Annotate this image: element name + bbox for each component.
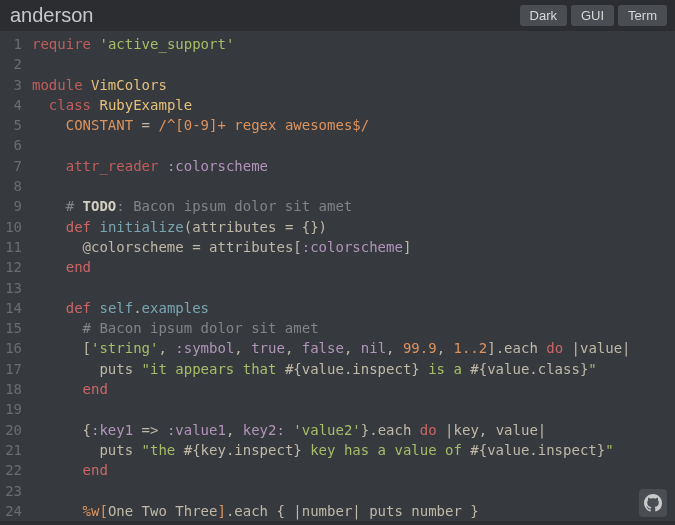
line-content: ['string', :symbol, true, false, nil, 99…: [32, 338, 675, 358]
line-content: def self.examples: [32, 298, 675, 318]
github-icon: [644, 494, 662, 512]
line-content: CONSTANT = /^[0-9]+ regex awesomes$/: [32, 115, 675, 135]
line-number: 11: [0, 237, 32, 257]
line-content: end: [32, 257, 675, 277]
line-content: [32, 135, 675, 155]
code-line: 2: [0, 54, 675, 74]
code-line: 19: [0, 399, 675, 419]
line-number: 8: [0, 176, 32, 196]
github-button[interactable]: [639, 489, 667, 517]
scheme-title: anderson: [10, 4, 93, 27]
code-line: 13: [0, 278, 675, 298]
code-area: 1require 'active_support'23module VimCol…: [0, 31, 675, 521]
line-content: puts "the #{key.inspect} key has a value…: [32, 440, 675, 460]
line-number: 4: [0, 95, 32, 115]
line-content: [32, 399, 675, 419]
tab-term[interactable]: Term: [618, 5, 667, 26]
line-content: attr_reader :colorscheme: [32, 156, 675, 176]
line-content: end: [32, 460, 675, 480]
line-content: module VimColors: [32, 75, 675, 95]
code-line: 9 # TODO: Bacon ipsum dolor sit amet: [0, 196, 675, 216]
line-content: [32, 278, 675, 298]
line-content: # TODO: Bacon ipsum dolor sit amet: [32, 196, 675, 216]
tab-gui[interactable]: GUI: [571, 5, 614, 26]
code-line: 18 end: [0, 379, 675, 399]
view-tabs: Dark GUI Term: [520, 5, 667, 26]
line-number: 3: [0, 75, 32, 95]
tab-dark[interactable]: Dark: [520, 5, 567, 26]
line-number: 20: [0, 420, 32, 440]
code-line: 17 puts "it appears that #{value.inspect…: [0, 359, 675, 379]
code-line: 1require 'active_support': [0, 34, 675, 54]
code-line: 22 end: [0, 460, 675, 480]
line-content: # Bacon ipsum dolor sit amet: [32, 318, 675, 338]
code-line: 21 puts "the #{key.inspect} key has a va…: [0, 440, 675, 460]
line-content: class RubyExample: [32, 95, 675, 115]
line-number: 5: [0, 115, 32, 135]
code-line: 16 ['string', :symbol, true, false, nil,…: [0, 338, 675, 358]
line-content: @colorscheme = attributes[:colorscheme]: [32, 237, 675, 257]
line-content: %w[One Two Three].each { |number| puts n…: [32, 501, 675, 521]
line-number: 2: [0, 54, 32, 74]
line-number: 12: [0, 257, 32, 277]
line-content: end: [32, 379, 675, 399]
line-content: [32, 481, 675, 501]
line-number: 22: [0, 460, 32, 480]
code-line: 10 def initialize(attributes = {}): [0, 217, 675, 237]
line-number: 21: [0, 440, 32, 460]
code-line: 3module VimColors: [0, 75, 675, 95]
line-content: [32, 176, 675, 196]
code-line: 12 end: [0, 257, 675, 277]
line-number: 18: [0, 379, 32, 399]
line-content: {:key1 => :value1, key2: 'value2'}.each …: [32, 420, 675, 440]
code-line: 14 def self.examples: [0, 298, 675, 318]
line-number: 16: [0, 338, 32, 358]
line-number: 10: [0, 217, 32, 237]
line-number: 13: [0, 278, 32, 298]
line-number: 6: [0, 135, 32, 155]
line-content: def initialize(attributes = {}): [32, 217, 675, 237]
line-number: 17: [0, 359, 32, 379]
code-line: 15 # Bacon ipsum dolor sit amet: [0, 318, 675, 338]
header: anderson Dark GUI Term: [0, 0, 675, 31]
line-number: 15: [0, 318, 32, 338]
code-line: 7 attr_reader :colorscheme: [0, 156, 675, 176]
line-content: puts "it appears that #{value.inspect} i…: [32, 359, 675, 379]
code-line: 20 {:key1 => :value1, key2: 'value2'}.ea…: [0, 420, 675, 440]
line-content: require 'active_support': [32, 34, 675, 54]
code-line: 24 %w[One Two Three].each { |number| put…: [0, 501, 675, 521]
line-number: 23: [0, 481, 32, 501]
code-line: 4 class RubyExample: [0, 95, 675, 115]
line-content: [32, 54, 675, 74]
code-line: 11 @colorscheme = attributes[:colorschem…: [0, 237, 675, 257]
line-number: 1: [0, 34, 32, 54]
code-line: 23: [0, 481, 675, 501]
line-number: 9: [0, 196, 32, 216]
code-line: 8: [0, 176, 675, 196]
line-number: 24: [0, 501, 32, 521]
code-line: 5 CONSTANT = /^[0-9]+ regex awesomes$/: [0, 115, 675, 135]
code-line: 6: [0, 135, 675, 155]
line-number: 7: [0, 156, 32, 176]
line-number: 19: [0, 399, 32, 419]
line-number: 14: [0, 298, 32, 318]
